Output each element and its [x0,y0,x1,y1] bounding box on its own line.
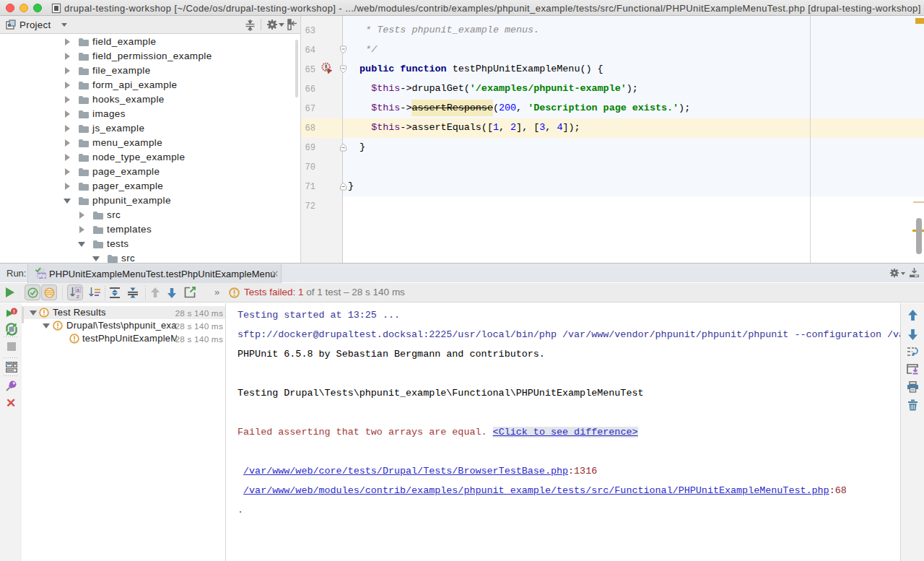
svg-text:!: ! [13,308,15,315]
svg-text:z: z [77,293,80,299]
svg-text:a: a [77,287,80,293]
svg-text:php: php [38,273,46,279]
